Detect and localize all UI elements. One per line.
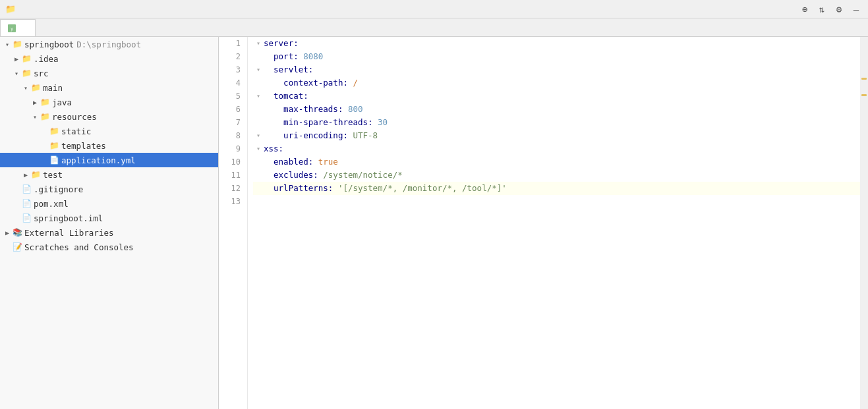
tree-label-external-libraries: External Libraries [24, 228, 113, 238]
tree-label-main: main [43, 83, 63, 93]
sidebar-item-static[interactable]: 📁static [0, 124, 218, 138]
editor-content[interactable]: ▾server: port: 8080▾ servlet: context-pa… [248, 37, 860, 409]
code-segment: min-spare-threads: [264, 116, 378, 129]
lib-icon: 📚 [12, 227, 22, 238]
sidebar-item-resources[interactable]: ▾📁resources [0, 109, 218, 124]
toolbar-settings-btn[interactable]: ⚙ [832, 3, 846, 16]
tree-arrow-test[interactable]: ▶ [21, 171, 30, 178]
code-line-7: min-spare-threads: 30 [253, 116, 860, 129]
sidebar-item-test[interactable]: ▶📁test [0, 167, 218, 182]
line-number-13: 13 [219, 195, 243, 208]
tree-arrow-springboot-root[interactable]: ▾ [3, 41, 12, 48]
fold-gutter-9[interactable]: ▾ [253, 142, 264, 155]
sidebar-item-pom-xml[interactable]: 📄pom.xml [0, 196, 218, 211]
tree-label-idea: .idea [34, 54, 59, 64]
sidebar-item-scratches[interactable]: 📝Scratches and Consoles [0, 240, 218, 254]
folder-blue-icon: 📁 [40, 97, 50, 107]
tree-label-springboot-root: springboot [24, 40, 74, 49]
folder-icon: 📁 [49, 140, 59, 151]
line-number-11: 11 [219, 169, 243, 182]
tab-close-btn[interactable] [24, 28, 28, 29]
line-number-7: 7 [219, 116, 243, 129]
line-number-3: 3 [219, 63, 243, 76]
toolbar-minimize-btn[interactable]: — [850, 3, 863, 16]
toolbar: 📁 ⊕ ⇅ ⚙ — [0, 0, 868, 18]
tab-bar: y [0, 18, 868, 37]
right-gutter [860, 37, 868, 409]
sidebar-item-idea[interactable]: ▶📁.idea [0, 51, 218, 66]
tree-arrow-idea[interactable]: ▶ [12, 55, 21, 63]
code-line-13 [253, 195, 860, 208]
gutter-mark-1 [861, 78, 867, 80]
code-line-1: ▾server: [253, 37, 860, 50]
line-numbers: 12345678910111213 [219, 37, 248, 409]
folder-icon: 📁 [21, 68, 32, 78]
line-number-5: 5 [219, 90, 243, 103]
toolbar-add-btn[interactable]: ⊕ [798, 3, 811, 16]
code-segment: max-threads: [264, 103, 348, 116]
code-line-11: excludes: /system/notice/* [253, 169, 860, 182]
gutter-mark-2 [861, 94, 867, 96]
code-line-3: ▾ servlet: [253, 63, 860, 76]
line-number-12: 12 [219, 182, 243, 195]
project-icon: 📁 [12, 39, 22, 49]
tree-label-gitignore: .gitignore [34, 184, 83, 194]
code-segment: context-path: [264, 76, 353, 90]
folder-icon: 📁 [21, 53, 32, 64]
line-number-10: 10 [219, 155, 243, 169]
toolbar-layout-btn[interactable]: ⇅ [815, 3, 828, 16]
code-line-2: port: 8080 [253, 50, 860, 63]
fold-gutter-5[interactable]: ▾ [253, 90, 264, 103]
code-line-10: enabled: true [253, 155, 860, 169]
code-segment: true [318, 155, 338, 169]
fold-gutter-1[interactable]: ▾ [253, 37, 264, 50]
code-segment: tomcat: [264, 90, 308, 103]
tree-arrow-src[interactable]: ▾ [12, 70, 21, 77]
xml-icon: 📄 [21, 198, 32, 209]
tree-label-java: java [52, 97, 72, 107]
code-segment: '[/system/*, /monitor/*, /tool/*]' [338, 182, 507, 195]
folder-res-icon: 📁 [40, 111, 50, 122]
fold-gutter-3[interactable]: ▾ [253, 63, 264, 76]
tree-label-scratches: Scratches and Consoles [24, 242, 134, 252]
tree-arrow-resources[interactable]: ▾ [30, 113, 40, 121]
code-segment: uri-encoding: [264, 129, 353, 142]
code-segment: 8080 [303, 50, 323, 63]
sidebar-item-templates[interactable]: 📁templates [0, 138, 218, 153]
line-number-6: 6 [219, 103, 243, 116]
gitignore-icon: 📄 [21, 184, 32, 194]
sidebar-item-external-libraries[interactable]: ▶📚External Libraries [0, 225, 218, 240]
line-number-8: 8 [219, 129, 243, 142]
yaml-file-icon: y [7, 24, 16, 33]
fold-gutter-8[interactable]: ▾ [253, 129, 264, 142]
tree-label-test: test [43, 170, 63, 180]
yaml-icon: 📄 [49, 155, 59, 165]
code-segment: 30 [378, 116, 388, 129]
tree-arrow-external-libraries[interactable]: ▶ [3, 229, 12, 236]
tree-arrow-java[interactable]: ▶ [30, 99, 40, 106]
folder-icon: 📁 [30, 82, 41, 93]
sidebar-item-gitignore[interactable]: 📄.gitignore [0, 182, 218, 196]
sidebar-item-springboot-root[interactable]: ▾📁springboot D:\springboot [0, 37, 218, 51]
sidebar-item-src[interactable]: ▾📁src [0, 66, 218, 80]
code-segment: UTF-8 [353, 129, 378, 142]
tab-application-yml[interactable]: y [0, 19, 36, 36]
tree-label-templates: templates [61, 141, 106, 151]
folder-icon: 📁 [49, 126, 59, 136]
line-number-9: 9 [219, 142, 243, 155]
sidebar-item-springboot-iml[interactable]: 📄springboot.iml [0, 211, 218, 225]
code-line-4: context-path: / [253, 76, 860, 90]
sidebar-item-java[interactable]: ▶📁java [0, 95, 218, 109]
tree-path-springboot-root: D:\springboot [76, 40, 141, 49]
code-segment: /system/notice/* [323, 169, 402, 182]
code-line-5: ▾ tomcat: [253, 90, 860, 103]
code-line-8: ▾ uri-encoding: UTF-8 [253, 129, 860, 142]
tree-arrow-main[interactable]: ▾ [21, 84, 30, 92]
sidebar-item-application-yml[interactable]: 📄application.yml [0, 153, 218, 167]
line-number-4: 4 [219, 76, 243, 90]
code-segment: 800 [348, 103, 363, 116]
sidebar-item-main[interactable]: ▾📁main [0, 80, 218, 95]
sidebar: ▾📁springboot D:\springboot▶📁.idea▾📁src▾📁… [0, 37, 219, 409]
tree-label-resources: resources [52, 112, 97, 122]
code-segment: urlPatterns: [264, 182, 338, 195]
